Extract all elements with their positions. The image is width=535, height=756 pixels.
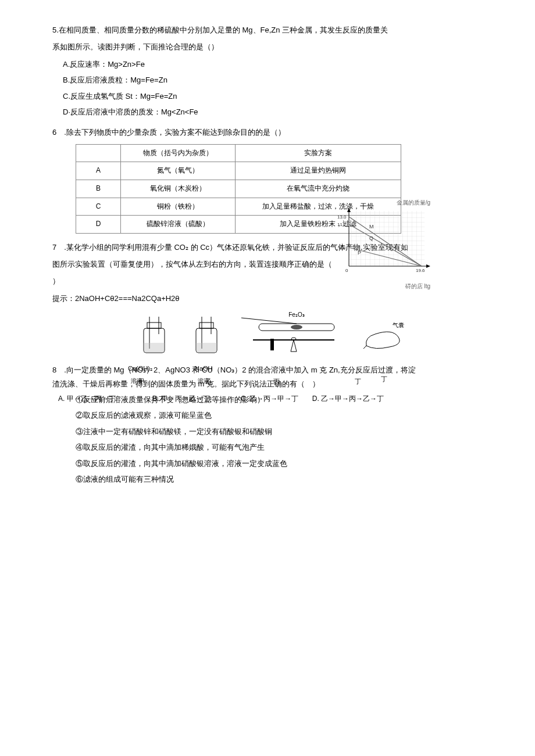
apparatus-bottle-jia [137, 317, 172, 357]
table-header-plan: 实脸方案 [236, 144, 401, 162]
svg-text:气囊: 气囊 [393, 322, 404, 328]
apparatus-bing-tag: 丙 [273, 376, 280, 388]
chart-y-axis-label: 金属的质量/g [337, 198, 430, 208]
chart-svg: M Q P 13.0 11.2 4.8 0 19.6 [337, 208, 430, 278]
svg-rect-17 [144, 343, 165, 353]
q8-sub5: ⑤取反应后的灌渣，向其中滴加硝酸银溶液，溶液一定变成蓝色 [76, 457, 483, 470]
svg-rect-0 [349, 211, 425, 266]
apparatus-ding-tag2: 丁 [381, 374, 387, 385]
row-b-opt: B [76, 180, 121, 198]
q5-option-a: A.反应速率：Mg>Zn>Fe [63, 58, 483, 71]
apparatus-jia-tag: 甲 [138, 376, 145, 388]
apparatus-bottle-yi [189, 317, 224, 357]
svg-point-26 [291, 325, 302, 329]
q8-sublist: ②取反应后的滤液观察，源液可能呈蓝色 ③注液中一定有硝酸锌和硝酸镁，一定没有硝酸… [76, 409, 483, 486]
q5-chart: 金属的质量/g M Q P 13.0 11.2 4.8 0 19.6 碍的店 [337, 198, 430, 292]
row-a-plan: 通过足量灼热铜网 [236, 162, 401, 180]
q8-sub6: ⑥滤液的组成可能有三种情况 [76, 472, 483, 486]
chart-series-q-label: Q [369, 235, 373, 241]
row-c-opt: C [76, 198, 121, 216]
q7-option-b: B. 甲→丙→乙→丁 [152, 395, 210, 403]
svg-text:19.6: 19.6 [416, 268, 425, 273]
q8-stem-line1: 8 .向一定质量的 Mg（NO₃）2、AgNO3 和 CU（NO₃）2 的混合溶… [52, 363, 483, 377]
svg-marker-3 [347, 208, 351, 212]
apparatus-tube-bing: Fe₂O₃ [241, 311, 346, 357]
svg-marker-4 [426, 264, 430, 268]
q7-option-c: C. 乙→丙→甲→丁 [241, 395, 298, 403]
table-row: 物质（括号内为杂质） 实脸方案 [76, 144, 401, 162]
table-header-material: 物质（括号内为杂质） [121, 144, 236, 162]
row-b-mat: 氧化铜（木炭粉） [121, 180, 236, 198]
svg-text:0: 0 [345, 268, 348, 273]
q8-sub3: ③注液中一定有硝酸锌和硝酸镁，一定没有硝酸银和硝酸铜 [76, 425, 483, 438]
row-b-plan: 在氧气流中充分灼烧 [236, 180, 401, 198]
q8-stem-line2: 渣洗涤、干燥后再称量，得到的固体质量为 m 克。据此下列说法正确的有（ ） [52, 377, 483, 390]
svg-text:4.8: 4.8 [339, 245, 346, 250]
apparatus-ding-tag: 丁 [355, 376, 361, 388]
q5-stem-line1: 5.在相同质量、相同质量分数的稀硫酸中分别加入足量的 Mg、Fe,Zn 三种金属… [52, 23, 483, 37]
q5-option-d: D·反应后溶液中溶质的质发：Mg<Zn<Fe [63, 105, 483, 119]
apparatus-yi-label: NaOH [195, 363, 213, 375]
q7-hint: 提示：2NaOH+Cθ2===Na2CQa+H2θ [52, 292, 483, 305]
chart-series-m-label: M [369, 224, 374, 230]
overlap-options-row: ①反应前后溶液质量保持不变（忽略过滤等操作的影响） A. 甲→乙→丙→丁 B. … [52, 393, 483, 406]
question-5: 5.在相同质量、相同质量分数的稀硫酸中分别加入足量的 Mg、Fe,Zn 三种金属… [52, 23, 483, 119]
overlap-region: 8 .向一定质量的 Mg（NO₃）2、AgNO3 和 CU（NO₃）2 的混合溶… [52, 363, 483, 390]
svg-text:11.2: 11.2 [337, 222, 347, 227]
apparatus-balloon-ding: 气囊 [363, 317, 398, 357]
table-row: A 氮气（氧气） 通过足量灼热铜网 [76, 162, 401, 180]
q5-options: A.反应速率：Mg>Zn>Fe B.反应后溶液质粒：Mg=Fe=Zn C.反应生… [63, 58, 483, 119]
svg-rect-28 [270, 339, 274, 350]
q5-stem-line2: 系如图所示。读图并判断，下面推论合理的是（） [52, 40, 483, 53]
table-row: B 氧化铜（木炭粉） 在氧气流中充分灼烧 [76, 180, 401, 198]
row-a-mat: 氮气（氧气） [121, 162, 236, 180]
q5-option-c: C.反应生成氢气质 St：Mg=Fe=Zn [63, 89, 483, 103]
row-d-mat: 硫酸锌溶液（硫酸） [121, 216, 236, 234]
chart-series-p-label: P [358, 250, 361, 256]
q7-apparatus-row: Fe₂O₃ 气囊 [52, 311, 483, 357]
q8-sub2: ②取反应后的滤液观察，源液可能呈蓝色 [76, 409, 483, 422]
chart-x-axis-label: 碍的店 ltg [337, 281, 430, 292]
q6-stem: 6 .除去下列物质中的少量杂质，实验方案不能达到除杂目的的是（） [52, 126, 483, 139]
apparatus-jia-label: Ca(OH)₂ [128, 363, 152, 375]
row-d-opt: D [76, 216, 121, 234]
row-a-opt: A [76, 162, 121, 180]
apparatus-yi-tag: 乙 [205, 376, 212, 388]
svg-line-24 [241, 318, 297, 324]
q7-option-a: A. 甲→乙→丙→丁 [58, 395, 116, 403]
table-header-blank [76, 144, 121, 162]
q5-option-b: B.反应后溶液质粒：Mg=Fe=Zn [63, 73, 483, 87]
svg-rect-22 [196, 343, 217, 353]
svg-line-30 [363, 346, 366, 349]
q8-sub4: ④取反应后的灌渣，向其中滴加稀娥酸，可能有气泡产生 [76, 440, 483, 454]
q7-option-d: D. 乙→甲→丙→乙→丁 [312, 395, 384, 403]
svg-text:13.0: 13.0 [337, 214, 347, 220]
row-c-mat: 铜粉（铁粉） [121, 198, 236, 216]
svg-text:Fe₂O₃: Fe₂O₃ [288, 311, 304, 318]
